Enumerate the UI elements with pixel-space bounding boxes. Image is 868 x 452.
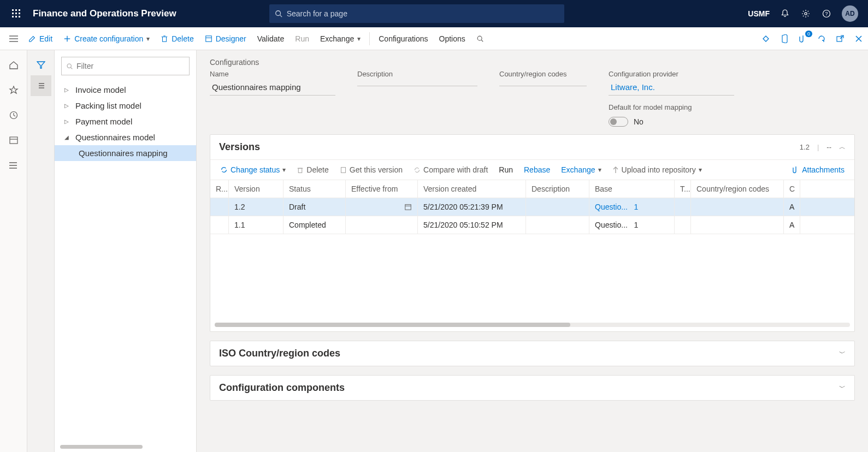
exchange-button[interactable]: Exchange ▾ xyxy=(315,27,366,50)
col-version-created[interactable]: Version created xyxy=(418,180,526,198)
col-base[interactable]: Base xyxy=(589,180,675,198)
gear-icon[interactable] xyxy=(800,8,811,19)
calendar-icon[interactable] xyxy=(404,203,412,211)
help-icon[interactable]: ? xyxy=(821,8,832,19)
content-area: Configurations Name Questionnaires mappi… xyxy=(197,50,868,452)
version-delete-button[interactable]: Delete xyxy=(292,163,333,176)
designer-button[interactable]: Designer xyxy=(199,27,252,50)
change-status-button[interactable]: Change status ▾ xyxy=(216,163,290,176)
modules-icon[interactable] xyxy=(3,155,24,176)
configuration-components-panel[interactable]: Configuration components﹀ xyxy=(210,375,855,401)
related-info-icon[interactable] xyxy=(761,34,771,44)
table-row[interactable]: 1.1 Completed 5/21/2020 05:10:52 PM Ques… xyxy=(210,216,854,234)
versions-extra: -- xyxy=(826,143,831,151)
get-version-button[interactable]: Get this version xyxy=(335,163,407,176)
tree-node-payment-model[interactable]: ▷Payment model xyxy=(55,114,196,129)
svg-rect-22 xyxy=(205,35,211,41)
avatar[interactable]: AD xyxy=(842,5,858,22)
svg-marker-26 xyxy=(763,36,769,41)
filter-icon[interactable] xyxy=(31,55,51,75)
field-name[interactable]: Questionnaires mapping xyxy=(210,80,335,96)
popout-icon[interactable] xyxy=(835,34,845,44)
compare-button[interactable]: Compare with draft xyxy=(409,163,492,176)
caret-right-icon: ▷ xyxy=(64,103,71,109)
col-t[interactable]: T... xyxy=(675,180,691,198)
edit-button[interactable]: Edit xyxy=(23,27,58,50)
iso-codes-panel[interactable]: ISO Country/region codes﹀ xyxy=(210,341,855,366)
chevron-up-icon[interactable]: ︿ xyxy=(839,142,846,152)
tree-horizontal-scrollbar[interactable] xyxy=(60,445,143,449)
table-horizontal-scrollbar[interactable] xyxy=(215,323,850,327)
table-row[interactable]: 1.2 Draft 5/21/2020 05:21:39 PM Questio.… xyxy=(210,198,854,216)
options-tab[interactable]: Options xyxy=(434,27,471,50)
svg-point-9 xyxy=(275,11,280,16)
svg-line-25 xyxy=(481,40,483,41)
close-icon[interactable] xyxy=(854,34,864,44)
tree-node-questionnaires-model[interactable]: ◢Questionnaires model xyxy=(55,129,196,145)
global-search[interactable] xyxy=(269,4,564,23)
svg-marker-41 xyxy=(37,62,45,68)
chevron-down-icon[interactable]: ﹀ xyxy=(839,349,846,358)
company-code[interactable]: USMF xyxy=(748,9,770,18)
hamburger-icon[interactable] xyxy=(4,35,23,43)
refresh-icon[interactable] xyxy=(817,34,826,44)
field-crc[interactable] xyxy=(499,80,587,86)
svg-point-11 xyxy=(805,13,807,15)
configurations-tab[interactable]: Configurations xyxy=(373,27,433,50)
tree-node-invoice-model[interactable]: ▷Invoice model xyxy=(55,82,196,98)
caret-right-icon: ▷ xyxy=(64,87,71,93)
global-search-input[interactable] xyxy=(287,9,559,18)
tree-node-questionnaires-mapping[interactable]: Questionnaires mapping xyxy=(55,145,196,161)
versions-panel: Versions 1.2 | -- ︿ Change status ▾ Dele… xyxy=(210,134,855,332)
office-icon[interactable] xyxy=(780,34,789,44)
svg-rect-5 xyxy=(19,13,20,14)
workspaces-icon[interactable] xyxy=(3,130,24,151)
create-configuration-button[interactable]: Create configuration▾ xyxy=(58,27,155,50)
chevron-down-icon: ▾ xyxy=(598,166,601,174)
app-title: Finance and Operations Preview xyxy=(27,8,176,19)
field-label-default: Default for model mapping xyxy=(609,103,734,111)
col-r[interactable]: R... xyxy=(210,180,229,198)
svg-point-45 xyxy=(67,64,71,68)
svg-point-40 xyxy=(9,168,10,169)
field-label-crc: Country/region codes xyxy=(499,70,587,78)
svg-rect-4 xyxy=(15,13,17,14)
versions-title: Versions xyxy=(219,141,800,153)
rebase-button[interactable]: Rebase xyxy=(519,163,554,176)
waffle-icon[interactable] xyxy=(5,9,27,18)
svg-rect-6 xyxy=(12,16,14,17)
svg-text:?: ? xyxy=(825,11,828,16)
version-exchange-button[interactable]: Exchange ▾ xyxy=(557,163,605,176)
versions-current: 1.2 xyxy=(800,143,810,151)
col-version[interactable]: Version xyxy=(229,180,284,198)
tree-filter-input[interactable] xyxy=(76,62,185,70)
find-button[interactable] xyxy=(471,27,489,50)
validate-button[interactable]: Validate xyxy=(252,27,290,50)
version-run-button[interactable]: Run xyxy=(494,163,517,176)
delete-button[interactable]: Delete xyxy=(155,27,199,50)
svg-rect-1 xyxy=(15,9,17,11)
field-description[interactable] xyxy=(357,80,477,86)
default-mapping-toggle[interactable] xyxy=(609,117,628,127)
star-icon[interactable] xyxy=(3,80,24,100)
svg-point-24 xyxy=(477,36,482,40)
col-effective-from[interactable]: Effective from xyxy=(346,180,418,198)
tree-toolbar xyxy=(27,50,55,452)
col-cr[interactable]: C xyxy=(784,180,800,198)
bell-icon[interactable] xyxy=(780,8,790,19)
home-icon[interactable] xyxy=(3,55,24,75)
field-provider[interactable]: Litware, Inc. xyxy=(609,80,734,96)
col-status[interactable]: Status xyxy=(284,180,346,198)
tree-node-packing-list-model[interactable]: ▷Packing list model xyxy=(55,98,196,114)
attachments-icon[interactable]: 0 xyxy=(798,34,808,44)
recent-icon[interactable] xyxy=(3,105,24,126)
svg-rect-7 xyxy=(15,16,17,17)
list-view-icon[interactable] xyxy=(31,75,51,96)
chevron-down-icon[interactable]: ﹀ xyxy=(839,383,846,392)
tree-filter[interactable] xyxy=(61,57,190,75)
svg-line-10 xyxy=(280,15,282,17)
upload-repository-button[interactable]: Upload into repository ▾ xyxy=(608,163,706,176)
version-attachments-button[interactable]: Attachments xyxy=(788,163,849,176)
col-crc[interactable]: Country/region codes xyxy=(691,180,784,198)
col-description[interactable]: Description xyxy=(526,180,589,198)
